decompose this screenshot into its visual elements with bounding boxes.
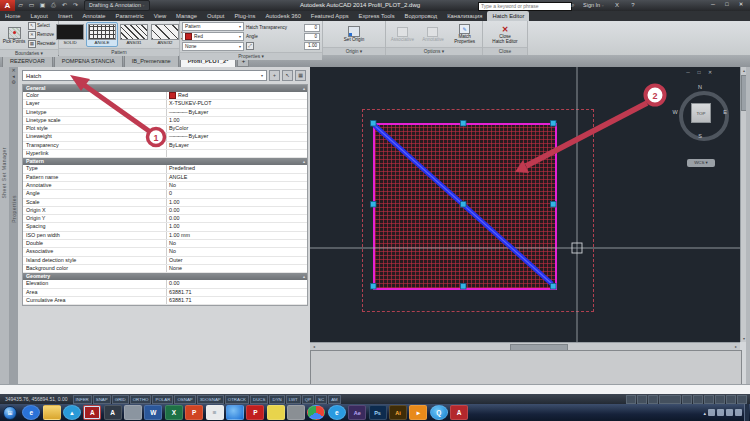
viewport-close-icon[interactable]: ✕ <box>706 69 714 75</box>
minimize-button[interactable]: ─ <box>706 0 720 9</box>
property-row[interactable]: Angle 0 <box>23 190 307 198</box>
status-toggle-button[interactable]: AM <box>328 395 341 404</box>
annotation-visibility-icon[interactable] <box>682 395 692 404</box>
after-effects-icon[interactable]: Ae <box>348 405 366 420</box>
viewport-restore-icon[interactable]: □ <box>695 69 703 75</box>
property-row[interactable]: Scale 1.00 <box>23 199 307 207</box>
property-row[interactable]: Origin X 0.00 <box>23 207 307 215</box>
gimp-icon[interactable] <box>287 405 305 420</box>
maps-icon[interactable] <box>267 405 285 420</box>
tray-language-icon[interactable] <box>726 409 733 416</box>
property-row[interactable]: Elevation 0.00 <box>23 280 307 288</box>
palette-settings-icon[interactable]: ⚙ <box>11 79 15 85</box>
close-button[interactable]: ✕ <box>734 0 748 9</box>
plot-icon[interactable]: ⎙ <box>49 1 58 10</box>
chrome-icon[interactable] <box>307 405 325 420</box>
undo-icon[interactable]: ↶ <box>60 1 69 10</box>
quick-view-drawings-icon[interactable] <box>648 395 658 404</box>
show-desktop-button[interactable] <box>744 404 749 421</box>
set-origin-button[interactable]: Set Origin <box>339 26 369 42</box>
tray-volume-icon[interactable] <box>717 409 724 416</box>
tab-insert[interactable]: Insert <box>53 11 78 21</box>
tab-autodesk-360[interactable]: Autodesk 360 <box>260 11 305 21</box>
ie-pinned-icon[interactable]: e <box>328 405 346 420</box>
tab-plugins[interactable]: Plug-ins <box>229 11 260 21</box>
help-search-input[interactable] <box>478 2 572 11</box>
new-file-icon[interactable]: ▱ <box>16 1 25 10</box>
panel-label-options[interactable]: Options ▾ <box>386 47 482 55</box>
status-toggle-button[interactable]: DYN <box>269 395 284 404</box>
exchange-apps-icon[interactable]: X <box>612 1 622 10</box>
internet-explorer-icon[interactable]: e <box>22 405 40 420</box>
close-hatch-editor-button[interactable]: ✕ Close Hatch Editor <box>487 25 523 44</box>
property-row[interactable]: Annotative No <box>23 182 307 190</box>
angle-control[interactable]: Angle 0 <box>246 33 320 41</box>
section-header-pattern[interactable]: Pattern▴ <box>23 158 307 165</box>
tab-express-tools[interactable]: Express Tools <box>354 11 400 21</box>
property-row[interactable]: Area 63881.71 <box>23 289 307 297</box>
drawing-viewport[interactable]: 2 N S W E TOP WCS ▾ ─ □ ✕ <box>310 67 740 342</box>
quick-view-layouts-icon[interactable] <box>637 395 647 404</box>
folder-icon[interactable] <box>43 405 61 420</box>
hatch-color-dropdown[interactable]: Red ▾ <box>182 32 244 41</box>
quick-select-button[interactable]: ▦ <box>295 70 306 81</box>
start-button[interactable]: ⊞ <box>3 406 17 420</box>
annotation-scale-button[interactable] <box>659 395 681 404</box>
section-header-general[interactable]: General▴ <box>23 85 307 92</box>
hatch-type-dropdown[interactable]: Pattern ▾ <box>182 22 244 31</box>
section-header-geometry[interactable]: Geometry▴ <box>23 273 307 280</box>
transparency-value[interactable]: 0 <box>304 24 320 32</box>
tab-view[interactable]: View <box>149 11 171 21</box>
property-row-lineweight[interactable]: Lineweight ———— ByLayer <box>23 133 307 141</box>
panel-label-properties[interactable]: Properties ▾ <box>180 52 322 60</box>
property-row[interactable]: Cumulative Area 63881.71 <box>23 297 307 305</box>
object-type-dropdown[interactable]: Hatch ▾ <box>22 70 267 81</box>
pattern-swatch-solid[interactable]: SOLID <box>55 23 85 46</box>
file-tab-premervane[interactable]: IB_Premervane <box>124 55 179 67</box>
property-row-plot-style[interactable]: Plot style ByColor <box>23 125 307 133</box>
status-toggle-button[interactable]: POLAR <box>152 395 173 404</box>
scale-value[interactable]: 1.00 <box>304 42 320 50</box>
background-color-dropdown[interactable]: None ▾ <box>182 42 244 51</box>
pick-points-button[interactable]: Pick Points <box>2 27 26 44</box>
file-tab-pompena[interactable]: POMPENA STANCIA <box>54 55 123 67</box>
status-toggle-button[interactable]: SNAP <box>93 395 111 404</box>
viewer-icon[interactable] <box>124 405 142 420</box>
powerpoint-icon[interactable]: P <box>185 405 203 420</box>
property-row-hyperlink[interactable]: Hyperlink <box>23 150 307 158</box>
select-objects-button[interactable]: ↖ <box>282 70 293 81</box>
viewport-minimize-icon[interactable]: ─ <box>684 69 692 75</box>
property-row-linetype-scale[interactable]: Linetype scale 1.00 <box>23 117 307 125</box>
tab-annotate[interactable]: Annotate <box>77 11 110 21</box>
status-toggle-button[interactable]: SC <box>315 395 327 404</box>
property-row-color[interactable]: Color Red <box>23 92 307 100</box>
pattern-swatch-angle[interactable]: ANGLE <box>86 22 118 47</box>
status-toggle-button[interactable]: GRID <box>112 395 129 404</box>
viewcube[interactable]: N S W E TOP <box>672 84 728 140</box>
recreate-button[interactable]: ▦ Recreate <box>28 40 56 48</box>
status-toggle-button[interactable]: INFER <box>73 395 92 404</box>
search-icon[interactable]: ⌕ <box>568 1 578 10</box>
model-space-icon[interactable] <box>626 395 636 404</box>
property-row[interactable]: Associative No <box>23 248 307 256</box>
save-icon[interactable]: ▣ <box>38 1 47 10</box>
tray-clock[interactable] <box>735 409 742 416</box>
open-file-icon[interactable]: ▭ <box>27 1 36 10</box>
status-toggle-button[interactable]: QP <box>302 395 314 404</box>
viewcube-south[interactable]: S <box>695 133 705 139</box>
property-row[interactable]: Spacing 1.00 <box>23 223 307 231</box>
tab-layout[interactable]: Layout <box>25 11 52 21</box>
scale-control[interactable]: ⤢ 1.00 <box>246 42 320 50</box>
status-toggle-button[interactable]: OTRACK <box>225 395 249 404</box>
excel-icon[interactable]: X <box>165 405 183 420</box>
sign-in-button[interactable]: Sign In ▾ <box>583 0 604 11</box>
panel-label-origin[interactable]: Origin ▾ <box>323 47 385 55</box>
status-toggle-button[interactable]: OSNAP <box>174 395 195 404</box>
tab-output[interactable]: Output <box>202 11 229 21</box>
workspace-switcher[interactable]: Drafting & Annotation ▾ <box>84 0 150 11</box>
match-properties-button[interactable]: ✎ Match Properties <box>450 24 480 44</box>
restore-button[interactable]: □ <box>720 0 734 9</box>
tray-expand-icon[interactable]: ▴ <box>703 410 706 416</box>
property-row[interactable]: Island detection style Outer <box>23 257 307 265</box>
illustrator-icon[interactable]: Ai <box>389 405 407 420</box>
